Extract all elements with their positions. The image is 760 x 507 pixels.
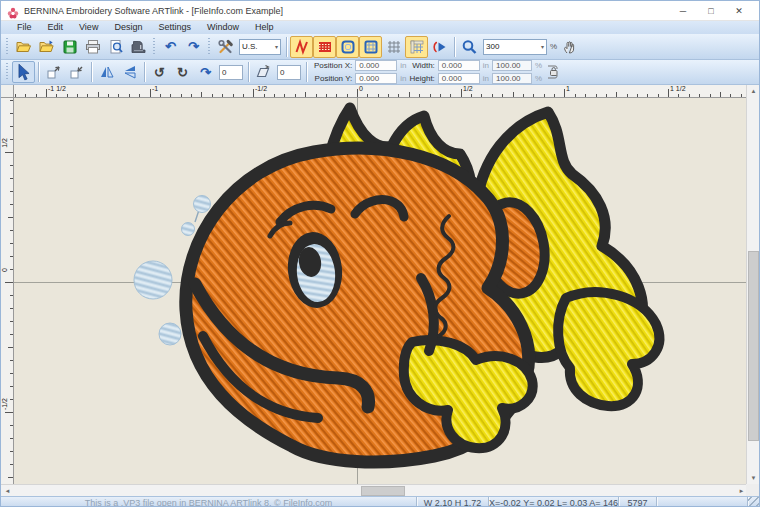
h-ruler-tick bbox=[118, 94, 119, 97]
app-window: BERNINA Embroidery Software ARTlink - [F… bbox=[0, 0, 760, 507]
settings-button[interactable] bbox=[214, 36, 237, 58]
menu-item-design[interactable]: Design bbox=[106, 21, 150, 34]
save-design-button[interactable] bbox=[58, 36, 81, 58]
redo-button[interactable]: ↷ bbox=[182, 36, 205, 58]
h-ruler-tick bbox=[741, 94, 742, 97]
v-ruler-tick bbox=[10, 438, 13, 439]
h-ruler-tick bbox=[627, 94, 628, 97]
menu-item-edit[interactable]: Edit bbox=[40, 21, 72, 34]
maximize-button[interactable]: □ bbox=[697, 2, 725, 20]
show-hoop-toggle[interactable] bbox=[336, 36, 359, 58]
v-ruler-tick bbox=[10, 243, 13, 244]
h-ruler-tick bbox=[336, 94, 337, 97]
menu-item-help[interactable]: Help bbox=[247, 21, 282, 34]
menu-item-settings[interactable]: Settings bbox=[150, 21, 199, 34]
h-ruler-label: 1/2 bbox=[463, 85, 473, 92]
scale-x-input[interactable]: 100.00 bbox=[492, 60, 532, 71]
zoom-value: 300 bbox=[486, 42, 499, 51]
show-hoop-template-toggle[interactable] bbox=[359, 36, 382, 58]
rotate-angle-input[interactable]: 0 bbox=[219, 65, 243, 80]
select-tool-button[interactable] bbox=[12, 61, 35, 83]
h-ruler-tick bbox=[430, 94, 431, 97]
h-ruler-tick bbox=[201, 92, 202, 97]
vertical-ruler: 1/20-1/2 bbox=[1, 98, 14, 484]
zoom-button[interactable] bbox=[458, 36, 481, 58]
stitch-player-icon bbox=[431, 39, 448, 55]
v-ruler-tick bbox=[10, 399, 13, 400]
close-button[interactable]: ✕ bbox=[725, 2, 753, 20]
h-ruler-tick bbox=[347, 94, 348, 97]
show-ruler-toggle[interactable] bbox=[405, 36, 428, 58]
measurement-units-select[interactable]: U.S. ▾ bbox=[239, 39, 281, 55]
h-ruler-tick bbox=[440, 94, 441, 97]
ruler-corner bbox=[1, 85, 14, 98]
print-preview-button[interactable] bbox=[104, 36, 127, 58]
menu-item-window[interactable]: Window bbox=[199, 21, 247, 34]
resize-grip[interactable] bbox=[748, 497, 759, 507]
vertical-scrollbar[interactable]: ▲ ▼ bbox=[746, 85, 759, 484]
toolbar-separator bbox=[144, 62, 145, 82]
h-ruler-tick bbox=[212, 94, 213, 97]
show-artistic-view-toggle[interactable] bbox=[313, 36, 336, 58]
rotate-ccw-icon: ↺ bbox=[154, 66, 165, 79]
grid-icon bbox=[386, 39, 402, 55]
design-canvas[interactable] bbox=[14, 98, 748, 484]
v-ruler-tick bbox=[10, 256, 13, 257]
h-ruler-tick bbox=[108, 94, 109, 97]
scroll-down-arrow[interactable]: ▼ bbox=[747, 472, 760, 484]
hand-icon bbox=[562, 39, 578, 55]
show-grid-button[interactable] bbox=[382, 36, 405, 58]
h-ruler-tick bbox=[585, 94, 586, 97]
scale-y-input[interactable]: 100.00 bbox=[492, 73, 532, 84]
minimize-button[interactable]: ─ bbox=[669, 2, 697, 20]
rotate-ccw-45-button[interactable]: ↺ bbox=[148, 61, 171, 83]
undo-button[interactable]: ↶ bbox=[159, 36, 182, 58]
scale-down-button[interactable] bbox=[42, 61, 65, 83]
main-toolbar: ↶ ↷ U.S. ▾ 300 ▾ % bbox=[1, 34, 759, 60]
v-ruler-tick bbox=[8, 217, 13, 218]
scroll-up-arrow[interactable]: ▲ bbox=[747, 85, 760, 97]
stitch-player-button[interactable] bbox=[428, 36, 451, 58]
horizontal-scrollbar[interactable]: ◄ ► bbox=[1, 484, 748, 496]
menu-item-view[interactable]: View bbox=[71, 21, 106, 34]
lock-proportions-button[interactable] bbox=[542, 60, 565, 84]
toolbar-grip bbox=[5, 63, 10, 81]
toolbar-separator bbox=[454, 37, 455, 57]
goldfish-embroidery-design[interactable] bbox=[14, 98, 748, 484]
height-label: Height: bbox=[409, 74, 434, 83]
h-ruler-tick bbox=[274, 94, 275, 97]
menu-item-file[interactable]: File bbox=[9, 21, 40, 34]
rotate-cw-45-button[interactable]: ↻ bbox=[171, 61, 194, 83]
position-y-input[interactable]: 0.000 bbox=[355, 73, 397, 84]
mirror-vertical-button[interactable] bbox=[118, 61, 141, 83]
rotate-button[interactable]: ↷ bbox=[194, 61, 217, 83]
scale-up-button[interactable] bbox=[65, 61, 88, 83]
print-button[interactable] bbox=[81, 36, 104, 58]
mirror-horizontal-button[interactable] bbox=[95, 61, 118, 83]
skew-button[interactable] bbox=[252, 61, 275, 83]
position-x-input[interactable]: 0.000 bbox=[355, 60, 397, 71]
width-unit: in bbox=[483, 61, 489, 70]
write-to-machine-button[interactable] bbox=[127, 36, 150, 58]
select-arrow-icon bbox=[15, 63, 33, 81]
v-ruler-tick bbox=[10, 321, 13, 322]
zoom-level-select[interactable]: 300 ▾ bbox=[483, 39, 547, 55]
h-ruler-label: -1/2 bbox=[255, 85, 267, 92]
h-ruler-tick bbox=[637, 94, 638, 97]
open-design-button[interactable] bbox=[12, 36, 35, 58]
pan-button[interactable] bbox=[558, 36, 581, 58]
redo-icon: ↷ bbox=[188, 40, 199, 53]
insert-design-button[interactable] bbox=[35, 36, 58, 58]
h-ruler-tick bbox=[720, 92, 721, 97]
vertical-scroll-thumb[interactable] bbox=[748, 251, 759, 441]
v-ruler-tick bbox=[10, 100, 13, 101]
horizontal-scroll-thumb[interactable] bbox=[361, 486, 405, 496]
width-input[interactable]: 0.000 bbox=[438, 60, 480, 71]
grid-ruler-icon bbox=[409, 39, 425, 55]
show-stitches-toggle[interactable] bbox=[290, 36, 313, 58]
h-ruler-tick bbox=[295, 94, 296, 97]
h-ruler-tick bbox=[492, 94, 493, 97]
height-input[interactable]: 0.000 bbox=[438, 73, 480, 84]
skew-angle-input[interactable]: 0 bbox=[277, 65, 301, 80]
h-ruler-tick bbox=[77, 94, 78, 97]
